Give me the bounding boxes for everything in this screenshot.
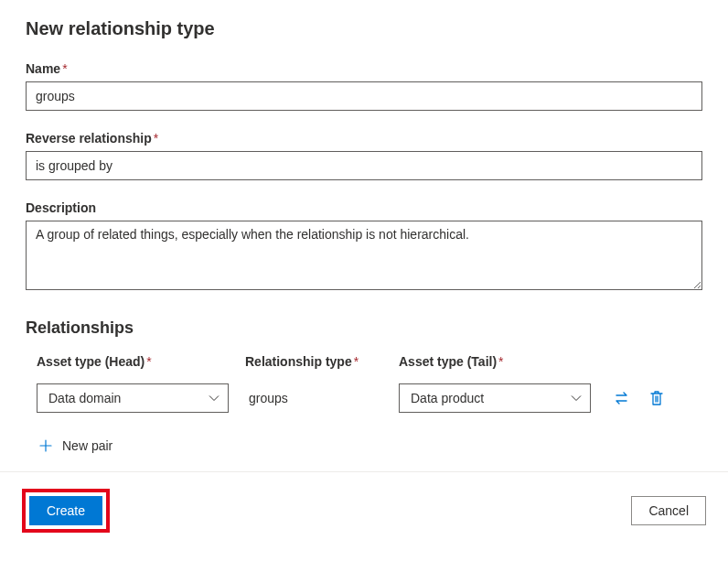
reverse-label: Reverse relationship* xyxy=(26,131,702,146)
relationships-heading: Relationships xyxy=(26,318,702,338)
create-button[interactable]: Create xyxy=(29,496,102,525)
delete-icon[interactable] xyxy=(648,389,666,407)
new-pair-button[interactable]: New pair xyxy=(26,438,702,453)
description-textarea[interactable] xyxy=(26,221,702,290)
swap-icon[interactable] xyxy=(613,389,631,407)
relationship-type-value: groups xyxy=(245,391,382,405)
asset-type-tail-select[interactable]: Data product xyxy=(399,383,591,413)
required-star: * xyxy=(62,61,67,76)
new-pair-label: New pair xyxy=(62,438,112,453)
reverse-relationship-input[interactable] xyxy=(26,151,702,180)
reverse-label-text: Reverse relationship xyxy=(26,131,152,146)
asset-type-tail-value: Data product xyxy=(411,391,484,405)
required-star: * xyxy=(146,354,151,369)
col-head-text: Asset type (Head) xyxy=(37,354,145,369)
name-input[interactable] xyxy=(26,81,702,111)
description-label: Description xyxy=(26,200,702,215)
required-star: * xyxy=(354,354,359,369)
cancel-button[interactable]: Cancel xyxy=(631,496,706,525)
col-tail-text: Asset type (Tail) xyxy=(399,354,497,369)
name-label-text: Name xyxy=(26,61,60,76)
relationships-row: Data domain groups Data product xyxy=(26,383,702,413)
asset-type-head-select[interactable]: Data domain xyxy=(37,383,229,413)
col-head-label: Asset type (Head)* xyxy=(37,354,229,383)
plus-icon xyxy=(38,438,53,453)
chevron-down-icon xyxy=(570,392,583,405)
asset-type-head-value: Data domain xyxy=(48,391,121,405)
chevron-down-icon xyxy=(208,392,220,405)
required-star: * xyxy=(498,354,503,369)
page-title: New relationship type xyxy=(26,18,702,39)
create-button-highlight: Create xyxy=(22,489,110,533)
required-star: * xyxy=(154,131,158,146)
col-type-text: Relationship type xyxy=(245,354,352,369)
col-type-label: Relationship type* xyxy=(245,354,382,383)
name-label: Name* xyxy=(26,61,702,76)
col-tail-label: Asset type (Tail)* xyxy=(399,354,591,383)
